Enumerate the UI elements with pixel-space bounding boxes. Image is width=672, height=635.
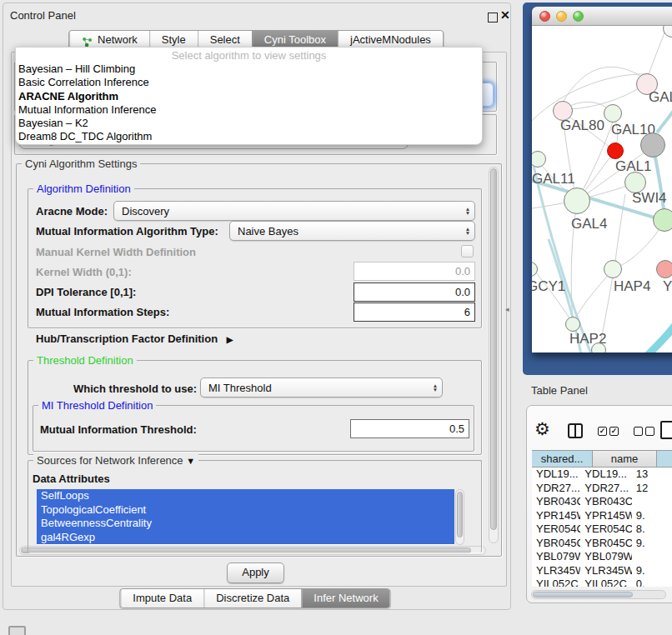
- table-row[interactable]: YDL19... YDL19... 13: [532, 468, 672, 482]
- table-cell: YPR145W: [532, 509, 580, 523]
- which-threshold-label: Which threshold to use:: [73, 382, 197, 395]
- network-node[interactable]: [607, 142, 624, 159]
- collapse-down-icon[interactable]: ▼: [186, 456, 195, 466]
- network-node[interactable]: [656, 260, 672, 278]
- corner-chip-icon[interactable]: [8, 626, 26, 635]
- table-column-header[interactable]: A: [657, 450, 672, 468]
- table-cell: YIL052C: [580, 578, 632, 587]
- table-cell: YLR345W: [580, 564, 632, 578]
- network-node[interactable]: [604, 260, 622, 278]
- table-row[interactable]: YLR345W YLR345W 9.: [532, 564, 672, 578]
- table-cell: 12: [632, 482, 672, 496]
- network-window-titlebar[interactable]: [532, 7, 672, 26]
- expand-right-icon[interactable]: ▶: [227, 335, 233, 344]
- hub-definition-expander[interactable]: Hub/Transcription Factor Definition ▶: [36, 332, 233, 345]
- tab-label: Impute Data: [133, 589, 192, 608]
- dropdown-item[interactable]: Mutual Information Inference: [16, 103, 482, 117]
- mi-threshold-group-title: MI Threshold Definition: [38, 399, 156, 412]
- close-traffic-light-icon[interactable]: [539, 11, 550, 22]
- network-window[interactable]: GAL GAL80 GAL10: [532, 7, 672, 352]
- network-node-label: GAL1: [615, 158, 651, 175]
- float-window-icon[interactable]: [488, 12, 498, 22]
- tab[interactable]: Infer Network: [301, 589, 389, 608]
- zoom-traffic-light-icon[interactable]: [573, 11, 584, 22]
- table-cell: YLR345W: [532, 564, 580, 578]
- gear-icon[interactable]: ⚙: [534, 420, 550, 438]
- manual-kernel-label: Manual Kernel Width Definition: [36, 246, 196, 258]
- close-icon[interactable]: ✕: [500, 8, 510, 22]
- deselect-all-checkbox-icon[interactable]: [634, 427, 643, 436]
- table-horizontal-scrollbar[interactable]: [531, 590, 666, 599]
- table-cell: YER054C: [580, 522, 632, 537]
- table-header-row: shared... name A: [532, 450, 672, 468]
- network-node[interactable]: [604, 104, 622, 122]
- select-all-checkbox-icon[interactable]: ✓: [609, 427, 619, 436]
- dropdown-item[interactable]: Basic Correlation Inference: [16, 76, 482, 89]
- table-row[interactable]: YIL052C YIL052C 0.: [532, 578, 672, 587]
- dropdown-item[interactable]: Bayesian – K2: [16, 117, 482, 130]
- dropdown-item[interactable]: Bayesian – Hill Climbing: [16, 62, 482, 76]
- network-node-label: GAL11: [532, 171, 575, 188]
- network-node[interactable]: [653, 208, 672, 232]
- manual-kernel-checkbox[interactable]: [461, 245, 474, 258]
- table-column-header[interactable]: name: [593, 450, 657, 468]
- list-vertical-scrollbar-thumb[interactable]: [457, 492, 463, 538]
- mi-threshold-label: Mutual Information Threshold:: [40, 423, 197, 436]
- kernel-width-field[interactable]: 0.0: [354, 262, 475, 281]
- mi-steps-field[interactable]: 6: [354, 302, 475, 322]
- table-cell: 0.: [632, 578, 672, 587]
- list-item[interactable]: BetweennessCentrality: [37, 517, 454, 531]
- list-item[interactable]: gal4RGexp: [37, 531, 454, 545]
- list-item[interactable]: TopologicalCoefficient: [37, 503, 454, 518]
- table-row[interactable]: YBR045C YBR045C 9.: [532, 537, 672, 551]
- tab[interactable]: Discretize Data: [203, 589, 301, 608]
- minimize-traffic-light-icon[interactable]: [556, 11, 567, 22]
- tab-label: Infer Network: [313, 589, 378, 608]
- export-table-icon[interactable]: [660, 421, 672, 439]
- combo-stepper-icon: ▲▼: [461, 227, 474, 235]
- table-cell: YBL079W: [580, 550, 632, 564]
- network-node[interactable]: [564, 188, 590, 214]
- which-threshold-combobox[interactable]: MI Threshold ▲▼: [200, 378, 443, 398]
- dropdown-item-list: Bayesian – Hill Climbing Basic Correlati…: [16, 62, 482, 144]
- network-node[interactable]: [591, 342, 606, 352]
- apply-button[interactable]: Apply: [227, 562, 284, 583]
- sources-group-title[interactable]: Sources for Network Inference ▼: [33, 454, 198, 467]
- table-column-header[interactable]: shared...: [532, 450, 593, 468]
- mi-type-combobox[interactable]: Naive Bayes ▲▼: [229, 221, 475, 241]
- table-cell: 9.: [632, 537, 672, 551]
- network-canvas[interactable]: GAL GAL80 GAL10: [532, 26, 672, 352]
- kernel-width-label: Kernel Width (0,1):: [36, 266, 132, 278]
- table-row[interactable]: YER054C YER054C 8.: [532, 522, 672, 537]
- dropdown-item[interactable]: Dream8 DC_TDC Algorithm: [16, 130, 482, 143]
- splitter-collapse-icon[interactable]: ◂: [505, 305, 509, 313]
- data-attributes-list[interactable]: SelfLoops TopologicalCoefficient Between…: [37, 489, 454, 545]
- table-row[interactable]: YDR27... YDR27... 12: [532, 482, 672, 496]
- table-cell: YBR045C: [580, 537, 632, 551]
- network-node-label: SWI4: [632, 190, 667, 207]
- aracne-mode-combobox[interactable]: Discovery ▲▼: [113, 201, 475, 221]
- list-item[interactable]: SelfLoops: [37, 489, 454, 503]
- table-row[interactable]: YBR043C YBR043C: [532, 495, 672, 509]
- column-layout-icon[interactable]: [568, 423, 583, 438]
- aracne-mode-label: Aracne Mode:: [36, 205, 108, 218]
- table-horizontal-scrollbar-thumb[interactable]: [533, 592, 633, 598]
- table-cell: YIL052C: [532, 578, 580, 587]
- select-all-checkbox-icon[interactable]: ✓: [598, 427, 607, 436]
- network-node[interactable]: [640, 132, 665, 158]
- network-tab-icon: [82, 35, 93, 46]
- table-body: YDL19... YDL19... 13 YDR27... YDR27... 1…: [532, 468, 672, 587]
- dropdown-item[interactable]: ARACNE Algorithm: [16, 90, 482, 103]
- tab[interactable]: Impute Data: [120, 589, 203, 608]
- table-cell: 9.: [632, 564, 672, 578]
- settings-vertical-scrollbar-thumb[interactable]: [490, 168, 497, 530]
- table-row[interactable]: YPR145W YPR145W 9.: [532, 509, 672, 523]
- settings-vertical-scrollbar[interactable]: [489, 167, 499, 543]
- mi-threshold-field[interactable]: 0.5: [350, 419, 469, 438]
- deselect-all-checkbox-icon[interactable]: [645, 427, 654, 436]
- table-row[interactable]: YBL079W YBL079W: [532, 550, 672, 564]
- dpi-tolerance-field[interactable]: 0.0: [354, 282, 475, 302]
- combo-stepper-icon: ▲▼: [429, 383, 442, 392]
- list-vertical-scrollbar[interactable]: [455, 489, 464, 545]
- network-node[interactable]: [565, 317, 580, 332]
